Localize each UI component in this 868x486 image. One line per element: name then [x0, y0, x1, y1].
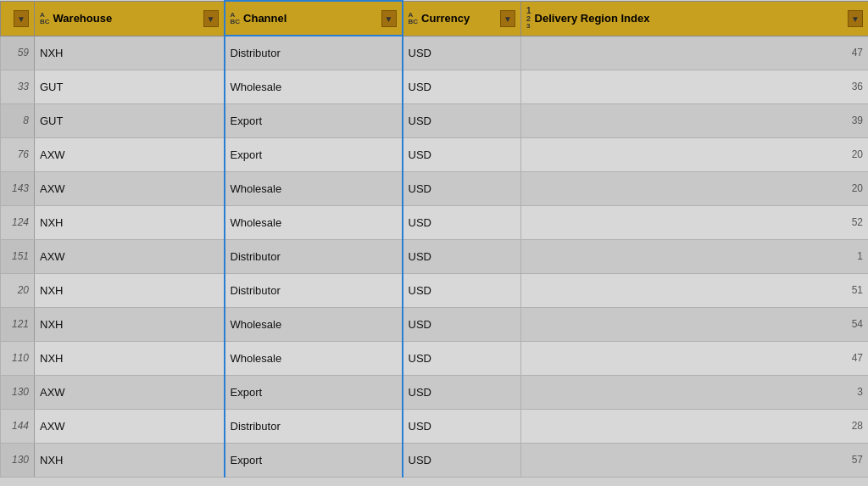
currency-cell: USD: [403, 341, 521, 375]
currency-column-header: ABC Currency ▼: [403, 1, 521, 36]
table-row: 59 NXH Distributor USD 47: [1, 36, 869, 70]
currency-header-label: Currency: [421, 12, 497, 25]
delivery-cell: 52: [521, 205, 869, 239]
delivery-cell: 54: [521, 307, 869, 341]
table-row: 33 GUT Wholesale USD 36: [1, 70, 869, 103]
warehouse-cell: AXW: [35, 171, 225, 205]
channel-cell: Wholesale: [225, 205, 403, 239]
table-row: 8 GUT Export USD 39: [1, 103, 869, 137]
table-row: 130 NXH Export USD 57: [1, 443, 869, 477]
channel-cell: Export: [225, 137, 403, 171]
channel-cell: Export: [225, 103, 403, 137]
row-index-cell: 121: [1, 307, 35, 341]
table-row: 144 AXW Distributor USD 28: [1, 409, 869, 443]
currency-cell: USD: [403, 409, 521, 443]
warehouse-column-header: ABC Warehouse ▼: [35, 1, 225, 36]
currency-cell: USD: [403, 171, 521, 205]
warehouse-cell: AXW: [35, 375, 225, 409]
currency-filter-button[interactable]: ▼: [500, 10, 515, 27]
delivery-cell: 47: [521, 341, 869, 375]
row-index-cell: 59: [1, 36, 35, 70]
index-column-header: ▼: [1, 1, 35, 36]
delivery-header-label: Delivery Region Index: [535, 12, 844, 25]
channel-cell: Wholesale: [225, 307, 403, 341]
currency-cell: USD: [403, 205, 521, 239]
warehouse-cell: GUT: [35, 70, 225, 103]
delivery-column-header: 123 Delivery Region Index ▼: [521, 1, 869, 36]
channel-cell: Wholesale: [225, 171, 403, 205]
delivery-cell: 39: [521, 103, 869, 137]
currency-cell: USD: [403, 36, 521, 70]
currency-cell: USD: [403, 70, 521, 103]
delivery-cell: 20: [521, 137, 869, 171]
warehouse-cell: NXH: [35, 341, 225, 375]
delivery-cell: 36: [521, 70, 869, 103]
row-index-cell: 130: [1, 443, 35, 477]
table-row: 121 NXH Wholesale USD 54: [1, 307, 869, 341]
warehouse-cell: AXW: [35, 137, 225, 171]
warehouse-cell: NXH: [35, 443, 225, 477]
warehouse-cell: AXW: [35, 239, 225, 273]
currency-cell: USD: [403, 443, 521, 477]
warehouse-cell: NXH: [35, 307, 225, 341]
channel-cell: Wholesale: [225, 341, 403, 375]
warehouse-filter-button[interactable]: ▼: [203, 10, 219, 27]
channel-filter-button[interactable]: ▼: [381, 10, 397, 27]
row-index-cell: 151: [1, 239, 35, 273]
delivery-cell: 57: [521, 443, 869, 477]
table-row: 130 AXW Export USD 3: [1, 375, 869, 409]
channel-header-label: Channel: [243, 12, 377, 25]
channel-cell: Export: [225, 443, 403, 477]
delivery-filter-button[interactable]: ▼: [848, 10, 863, 27]
table-row: 76 AXW Export USD 20: [1, 137, 869, 171]
abc-icon-warehouse: ABC: [40, 12, 50, 25]
row-index-cell: 144: [1, 409, 35, 443]
delivery-cell: 51: [521, 273, 869, 307]
row-index-cell: 76: [1, 137, 35, 171]
num-icon-delivery: 123: [526, 7, 531, 30]
delivery-cell: 3: [521, 375, 869, 409]
currency-cell: USD: [403, 137, 521, 171]
row-index-cell: 20: [1, 273, 35, 307]
row-index-cell: 130: [1, 375, 35, 409]
currency-cell: USD: [403, 307, 521, 341]
currency-cell: USD: [403, 273, 521, 307]
channel-cell: Export: [225, 375, 403, 409]
delivery-cell: 28: [521, 409, 869, 443]
channel-cell: Distributor: [225, 239, 403, 273]
abc-icon-channel: ABC: [231, 12, 241, 25]
channel-cell: Distributor: [225, 36, 403, 70]
warehouse-cell: NXH: [35, 36, 225, 70]
index-sort-button[interactable]: ▼: [14, 10, 29, 27]
currency-cell: USD: [403, 375, 521, 409]
row-index-cell: 33: [1, 70, 35, 103]
table-row: 124 NXH Wholesale USD 52: [1, 205, 869, 239]
row-index-cell: 143: [1, 171, 35, 205]
data-table: ▼ ABC Warehouse ▼ ABC Channel ▼: [0, 0, 868, 486]
abc-icon-currency: ABC: [409, 12, 419, 25]
table-row: 143 AXW Wholesale USD 20: [1, 171, 869, 205]
table-row: 110 NXH Wholesale USD 47: [1, 341, 869, 375]
channel-cell: Distributor: [225, 409, 403, 443]
channel-cell: Wholesale: [225, 70, 403, 103]
channel-cell: Distributor: [225, 273, 403, 307]
warehouse-cell: NXH: [35, 205, 225, 239]
row-index-cell: 8: [1, 103, 35, 137]
delivery-cell: 1: [521, 239, 869, 273]
delivery-cell: 47: [521, 36, 869, 70]
table-row: 151 AXW Distributor USD 1: [1, 239, 869, 273]
table-row: 20 NXH Distributor USD 51: [1, 273, 869, 307]
warehouse-cell: GUT: [35, 103, 225, 137]
row-index-cell: 110: [1, 341, 35, 375]
delivery-cell: 20: [521, 171, 869, 205]
channel-column-header: ABC Channel ▼: [225, 1, 403, 36]
warehouse-cell: AXW: [35, 409, 225, 443]
currency-cell: USD: [403, 103, 521, 137]
warehouse-cell: NXH: [35, 273, 225, 307]
row-index-cell: 124: [1, 205, 35, 239]
currency-cell: USD: [403, 239, 521, 273]
warehouse-header-label: Warehouse: [53, 12, 200, 25]
